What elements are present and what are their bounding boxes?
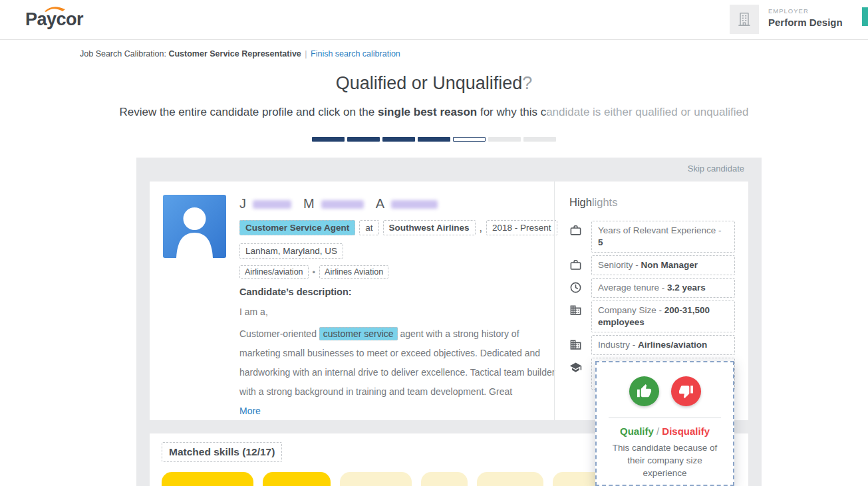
initial-1: J [239, 196, 246, 211]
matched-skills-title[interactable]: Matched skills (12/17) [162, 442, 282, 462]
skip-candidate-button[interactable]: Skip candidate [688, 164, 744, 174]
progress-steps [0, 137, 868, 142]
subtitle-mid: for why this c [477, 106, 546, 118]
qualify-label: Qualify [620, 425, 654, 437]
redacted-first-name [253, 200, 291, 209]
thumbs-row [597, 376, 733, 406]
skill-pill[interactable] [421, 472, 468, 486]
highlight-bold-value: 5 [598, 237, 603, 247]
highlight-value[interactable]: Seniority - Non Manager [591, 255, 735, 275]
thumbs-up-icon [637, 384, 652, 399]
company-tag[interactable]: Southwest Airlines [383, 220, 476, 235]
highlights-title: Highlights [569, 196, 735, 209]
progress-step-filled [382, 137, 415, 142]
finish-calibration-link[interactable]: Finish search calibration [311, 49, 400, 59]
breadcrumb-job-title: Customer Service Representative [168, 49, 301, 59]
location-tag[interactable]: Lanham, Maryland, US [239, 243, 343, 259]
skill-pill[interactable] [162, 472, 253, 486]
tenure-tag[interactable]: 2018 - Present [486, 220, 557, 235]
redacted-middle-name [321, 200, 364, 209]
decision-separator: / [654, 425, 662, 437]
account-type-label: EMPLOYER [768, 7, 848, 15]
highlight-label: Seniority - [598, 260, 641, 270]
highlight-bold-value: 3.2 years [667, 283, 706, 293]
app-header: Paycor EMPLOYER Perform Design [0, 0, 868, 40]
breadcrumb-separator: | [303, 49, 308, 59]
highlight-row: Seniority - Non Manager [569, 255, 735, 275]
disqualify-label: Disqualify [662, 425, 710, 437]
highlight-label: Average tenure - [598, 283, 667, 293]
account-switcher[interactable]: EMPLOYER Perform Design [768, 7, 848, 28]
education-icon [569, 361, 583, 374]
highlight-bold-value: Non Manager [641, 260, 698, 270]
current-role-tag[interactable]: Customer Service Agent [239, 220, 355, 235]
highlight-label: Industry - [598, 340, 638, 350]
industry-tag[interactable]: Airlines/aviation [239, 265, 309, 279]
highlight-label: Years of Relevant Experience - [598, 225, 722, 235]
highlight-row: Average tenure - 3.2 years [569, 278, 735, 298]
building-icon [569, 304, 583, 316]
initial-3: A [376, 196, 384, 211]
description-pre: Customer-oriented [239, 328, 319, 339]
highlights-title-light: lights [592, 196, 618, 208]
skill-pill[interactable] [263, 472, 331, 486]
page-title-mark: ? [522, 73, 532, 93]
building-icon [736, 11, 753, 28]
progress-step-filled [347, 137, 380, 142]
qualify-decision-popover: Qualify / Disqualify This candidate beca… [595, 361, 734, 486]
decision-reason-text: This candidate because of their company … [597, 441, 733, 479]
industry-tag[interactable]: Airlines Aviation [319, 265, 388, 279]
skill-highlight-tag[interactable]: customer service [319, 327, 398, 340]
highlight-value[interactable]: Company Size - 200-31,500 employees [591, 301, 735, 332]
highlights-title-dark: High [569, 196, 592, 208]
progress-step-empty [488, 137, 521, 142]
decision-labels: Qualify / Disqualify [597, 425, 733, 437]
employer-icon-button[interactable] [730, 5, 759, 34]
briefcase-icon [569, 224, 583, 237]
candidate-name: JMA [239, 196, 450, 211]
subtitle-pre: Review the entire candidate profile and … [120, 106, 378, 118]
more-link[interactable]: More [239, 402, 555, 421]
highlight-row: Company Size - 200-31,500 employees [569, 301, 735, 332]
description-paragraph: Customer-oriented customer service agent… [239, 324, 555, 421]
highlight-value[interactable]: Years of Relevant Experience - 5 [591, 221, 735, 253]
highlight-row: Industry - Airlines/aviation [569, 335, 735, 355]
subtitle-bold: single best reason [378, 106, 477, 118]
account-name: Perform Design [768, 17, 848, 28]
highlight-row: Years of Relevant Experience - 5 [569, 221, 735, 253]
current-position-row: Customer Service Agent at Southwest Airl… [239, 220, 557, 235]
highlight-bold-value: Airlines/aviation [638, 340, 707, 350]
paycor-logo[interactable]: Paycor [25, 9, 83, 30]
dot-separator: • [313, 267, 316, 277]
page-title-text: Qualified or Unqualified [336, 73, 523, 93]
panel-edge-accent[interactable] [862, 7, 868, 26]
progress-step-filled [418, 137, 450, 142]
avatar [163, 195, 226, 258]
page-title: Qualified or Unqualified? [0, 73, 868, 94]
skill-pill[interactable] [477, 472, 543, 486]
highlight-value[interactable]: Industry - Airlines/aviation [591, 335, 735, 355]
initial-2: M [303, 196, 315, 211]
highlight-label: Company Size - [598, 305, 664, 315]
breadcrumb-prefix: Job Search Calibration: [80, 49, 168, 59]
thumbs-down-button[interactable] [671, 376, 701, 406]
progress-step-outlined [453, 137, 486, 142]
clock-icon [569, 281, 583, 294]
thumbs-up-button[interactable] [629, 376, 659, 406]
progress-step-filled [312, 137, 345, 142]
briefcase-icon [569, 259, 583, 271]
industry-row: Airlines/aviation • Airlines Aviation [239, 265, 388, 279]
comma-text: , [480, 222, 482, 234]
overlay-divider [609, 418, 721, 418]
thumbs-down-icon [678, 384, 694, 399]
page-subtitle: Review the entire candidate profile and … [0, 106, 868, 119]
progress-step-empty [523, 137, 556, 142]
at-tag[interactable]: at [359, 220, 378, 235]
skill-pill[interactable] [340, 472, 412, 486]
person-icon [163, 195, 226, 258]
highlight-value[interactable]: Average tenure - 3.2 years [591, 278, 735, 298]
skills-pills-row [162, 472, 636, 486]
description-intro: I am a, [239, 306, 268, 317]
building-icon [569, 338, 583, 351]
breadcrumb: Job Search Calibration: Customer Service… [80, 49, 400, 59]
